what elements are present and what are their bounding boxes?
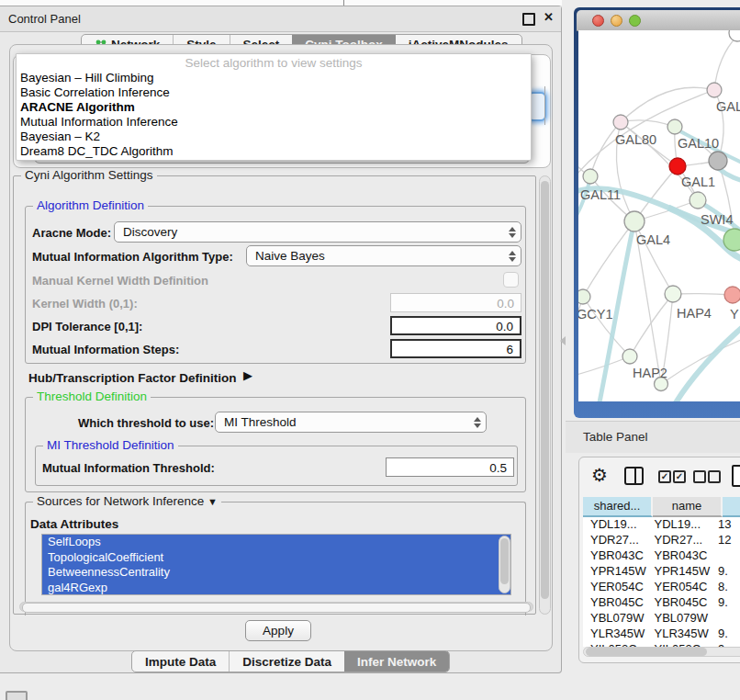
kernel-width-label: Kernel Width (0,1): [32, 297, 138, 310]
table-row[interactable]: YPR145WYPR145W9. [583, 564, 740, 580]
attribute-item-selfloops[interactable]: SelfLoops [42, 535, 510, 550]
table-cell: 12 [711, 533, 740, 548]
table-row[interactable]: YDR27...YDR27...12 [583, 533, 740, 548]
select-all-checkbox-icon[interactable]: ✓ [658, 470, 671, 483]
tab-impute-data[interactable]: Impute Data [132, 651, 229, 672]
expand-arrow-icon[interactable]: ▶ [243, 368, 252, 382]
table-row[interactable]: YER054CYER054C8. [583, 580, 740, 595]
floating-panel-icon[interactable] [6, 691, 28, 700]
attribute-item-gal4rgexp[interactable]: gal4RGexp [42, 581, 510, 596]
settings-hscrollbar[interactable] [19, 602, 533, 612]
network-node-gal80[interactable] [613, 115, 628, 130]
tab-label: Impute Data [145, 655, 216, 669]
column-header-col2[interactable] [723, 497, 740, 517]
node-label-swi4: SWI4 [701, 212, 733, 227]
split-columns-icon[interactable] [624, 467, 644, 485]
network-edge [621, 87, 714, 122]
mi-algorithm-type-combo[interactable]: Naive Bayes [246, 245, 521, 266]
network-node-salmon[interactable] [724, 287, 740, 303]
select-all-checkbox-icon2[interactable]: ✓ [673, 470, 686, 483]
mi-threshold-label: Mutual Information Threshold: [42, 461, 215, 475]
settings-hscrollbar-thumb[interactable] [22, 603, 531, 613]
table-row[interactable]: YLR345WYLR345W9. [583, 627, 740, 642]
table-row[interactable]: YBL079WYBL079W [583, 611, 740, 627]
network-node-swi4[interactable] [690, 192, 706, 209]
network-node-gal11[interactable] [583, 169, 598, 184]
table-header-row: shared...name [583, 497, 740, 517]
table-cell: YER054C [583, 580, 646, 595]
float-panel-icon[interactable] [522, 13, 535, 26]
new-table-icon[interactable] [732, 465, 740, 487]
close-icon[interactable]: ✕ [544, 10, 554, 24]
table-hscrollbar[interactable] [583, 647, 740, 657]
table-cell: YDL19... [583, 517, 646, 533]
aracne-mode-combo[interactable]: Discovery [114, 221, 521, 243]
which-threshold-combo[interactable]: MI Threshold [215, 412, 487, 433]
tab-label: Discretize Data [242, 655, 331, 669]
network-node-gal7[interactable] [707, 83, 722, 97]
column-header-shared[interactable]: shared... [583, 497, 653, 517]
settings-vscrollbar-thumb[interactable] [541, 181, 549, 599]
table-cell: YDR27... [646, 533, 710, 548]
table-hscrollbar-thumb[interactable] [586, 648, 707, 656]
tab-infer-network[interactable]: Infer Network [344, 651, 449, 672]
mi-steps-input[interactable] [390, 339, 521, 358]
network-edge-highlighted [718, 168, 740, 185]
table-row[interactable]: YBR045CYBR045C9. [583, 595, 740, 611]
attribute-item-topologicalcoefficient[interactable]: TopologicalCoefficient [42, 550, 510, 566]
network-node-unknown-top[interactable] [729, 30, 740, 41]
algorithm-option-bayesian-k2[interactable]: Bayesian – K2 [17, 130, 531, 144]
attributes-scrollbar-thumb[interactable] [500, 538, 509, 584]
close-traffic-light[interactable] [592, 15, 604, 27]
table-row[interactable]: YBR043CYBR043C [583, 548, 740, 564]
gear-icon[interactable]: ⚙ [591, 466, 608, 484]
zoom-traffic-light[interactable] [629, 15, 641, 27]
mi-threshold-input[interactable] [386, 457, 514, 477]
attributes-scrollbar[interactable] [499, 536, 510, 593]
network-node-gcy1[interactable] [578, 289, 590, 304]
table-cell: YBR043C [646, 548, 710, 564]
kernel-width-input[interactable] [390, 293, 521, 312]
column-header-name[interactable]: name [653, 497, 723, 517]
deselect-all-checkbox-icon[interactable] [693, 470, 706, 483]
table-panel: ⚙ ✓ ✓ shared...name YDL19...YDL19...13YD… [578, 457, 740, 663]
node-label-gal4: GAL4 [636, 232, 670, 247]
settings-vscrollbar[interactable] [539, 175, 551, 615]
dpi-tolerance-input[interactable] [390, 316, 521, 335]
collapse-arrow-icon[interactable]: ▼ [207, 496, 218, 507]
sources-title: Sources for Network Inference [37, 494, 204, 508]
attribute-item-betweennesscentrality[interactable]: BetweennessCentrality [42, 565, 510, 581]
algorithm-option-bayesian-hill-climbing[interactable]: Bayesian – Hill Climbing [17, 71, 531, 85]
data-attributes-list[interactable]: SelfLoopsTopologicalCoefficientBetweenne… [41, 534, 511, 595]
network-window-titlebar[interactable] [577, 10, 740, 31]
algorithm-option-dream8-dc-tdc-algorithm[interactable]: Dream8 DC_TDC Algorithm [17, 144, 531, 159]
network-canvas[interactable]: GALGAL80GAL10GAL1GAL11SWI4GAL4GCY1HAP4YH… [578, 30, 740, 401]
network-edge [583, 297, 630, 356]
apply-button[interactable]: Apply [245, 620, 311, 641]
manual-kernel-checkbox[interactable] [503, 272, 519, 288]
data-attributes-label: Data Attributes [30, 517, 118, 531]
network-node-hap2[interactable] [622, 349, 637, 364]
network-node-gal10-left[interactable] [667, 119, 682, 134]
algorithm-dropdown-popup: Select algorithm to view settings Bayesi… [16, 53, 532, 161]
network-node-big-green[interactable] [723, 229, 740, 251]
tab-discretize-data[interactable]: Discretize Data [229, 651, 344, 672]
algorithm-option-aracne-algorithm[interactable]: ARACNE Algorithm [17, 100, 531, 115]
splitter-collapse-handle[interactable] [560, 336, 566, 345]
table-cell: YBR045C [646, 595, 710, 611]
deselect-all-checkbox-icon2[interactable] [708, 470, 721, 483]
network-node-hap4[interactable] [665, 286, 681, 302]
algorithm-option-mutual-information-inference[interactable]: Mutual Information Inference [17, 115, 531, 130]
algorithm-option-basic-correlation-inference[interactable]: Basic Correlation Inference [17, 85, 531, 100]
network-node-gal10[interactable] [709, 152, 727, 170]
table-cell: 9. [711, 627, 740, 642]
table-cell: YPR145W [583, 564, 646, 580]
hub-definition-label[interactable]: Hub/Transcription Factor Definition [28, 371, 237, 385]
table-row[interactable]: YDL19...YDL19...13 [583, 517, 740, 533]
table-cell: YBR045C [583, 595, 646, 611]
aracne-mode-label: Aracne Mode: [32, 226, 111, 240]
network-node-gal4[interactable] [624, 211, 645, 231]
minimize-traffic-light[interactable] [611, 15, 622, 27]
table-cell: 9. [711, 564, 740, 580]
network-node-gal1-red[interactable] [669, 158, 686, 175]
